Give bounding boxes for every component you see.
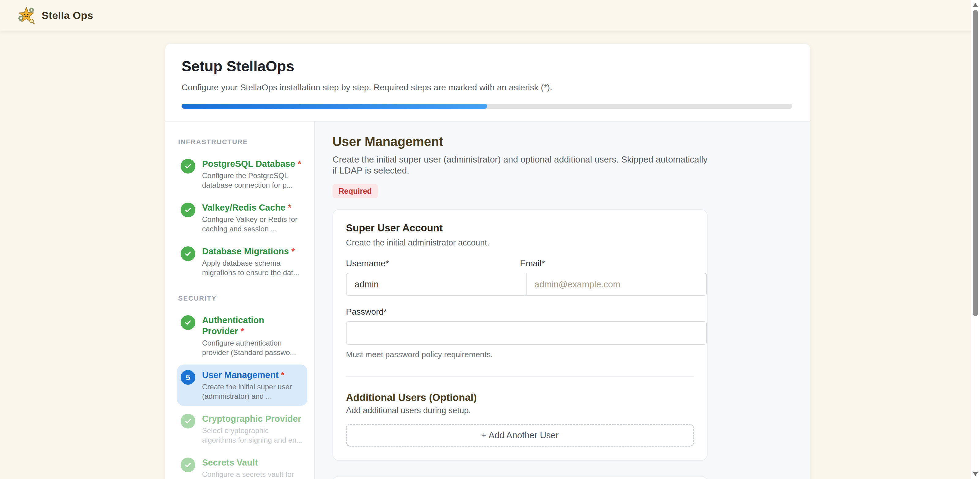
super-user-card-subtitle: Create the initial administrator account… (333, 238, 707, 248)
step-heading-description: Create the initial super user (administr… (332, 154, 712, 176)
step-description: Apply database schema migrations to ensu… (202, 258, 304, 277)
password-helper-text: Must meet password policy requirements. (333, 350, 707, 359)
step-description: Select cryptographic algorithms for sign… (202, 426, 304, 445)
step-description: Configure a secrets vault for secure cre… (202, 469, 304, 479)
step-number-badge: 5 (181, 370, 195, 385)
step-title: Secrets Vault (202, 457, 304, 468)
app-header: Stella Ops (0, 0, 980, 30)
step-title: Database Migrations* (202, 246, 304, 257)
email-field[interactable] (527, 273, 707, 296)
sidebar-step-database-migrations[interactable]: Database Migrations* Apply database sche… (177, 241, 307, 282)
sidebar-step-cryptographic-provider[interactable]: Cryptographic Provider Select cryptograp… (177, 408, 307, 450)
username-field[interactable] (346, 273, 527, 296)
required-asterisk: * (298, 159, 301, 169)
check-icon (181, 247, 195, 261)
step-description: Create the initial super user (administr… (202, 382, 304, 401)
email-label: Email* (520, 259, 694, 269)
password-label: Password* (346, 307, 387, 317)
section-label-infrastructure: INFRASTRUCTURE (178, 138, 307, 146)
check-icon (181, 315, 195, 330)
super-user-card-title: Super User Account (333, 222, 707, 234)
step-title: Valkey/Redis Cache* (202, 202, 304, 213)
step-title: User Management* (202, 369, 304, 380)
validation-checks-card: Validation Checks exists Check passed (332, 476, 708, 479)
sidebar-step-secrets-vault[interactable]: Secrets Vault Configure a secrets vault … (177, 452, 307, 479)
section-label-security: SECURITY (178, 294, 307, 302)
step-title: Authentication Provider* (202, 315, 304, 337)
progress-bar (181, 104, 792, 109)
check-icon (181, 458, 195, 472)
username-label: Username* (346, 259, 520, 269)
sidebar-step-user-management[interactable]: 5 User Management* Create the initial su… (177, 364, 307, 406)
required-asterisk: * (291, 247, 295, 256)
check-icon (181, 203, 195, 217)
step-description: Configure the PostgreSQL database connec… (202, 171, 304, 190)
check-icon (181, 414, 195, 428)
add-another-user-button[interactable]: + Add Another User (346, 424, 694, 447)
check-icon (181, 159, 195, 173)
step-title: PostgreSQL Database* (202, 158, 304, 169)
page-subtitle: Configure your StellaOps installation st… (181, 82, 792, 93)
step-description: Configure authentication provider (Stand… (202, 338, 304, 357)
divider (346, 377, 694, 377)
step-content: User Management Create the initial super… (315, 121, 810, 479)
step-description: Configure Valkey or Redis for caching an… (202, 215, 304, 234)
progress-fill (181, 104, 487, 109)
wizard-header: Setup StellaOps Configure your StellaOps… (165, 44, 810, 121)
additional-users-subtitle: Add additional users during setup. (333, 406, 707, 415)
super-user-account-card: Super User Account Create the initial ad… (332, 209, 708, 461)
password-field[interactable] (346, 321, 707, 345)
sidebar-step-authentication-provider[interactable]: Authentication Provider* Configure authe… (177, 310, 307, 362)
scrollbar-thumb[interactable] (973, 10, 978, 316)
required-asterisk: * (288, 203, 291, 212)
additional-users-title: Additional Users (Optional) (333, 392, 707, 403)
brand-name: Stella Ops (41, 10, 93, 21)
required-badge: Required (332, 184, 378, 198)
sidebar-step-postgresql-database[interactable]: PostgreSQL Database* Configure the Postg… (177, 153, 307, 195)
steps-sidebar: INFRASTRUCTURE PostgreSQL Database* Conf… (165, 121, 315, 479)
page-title: Setup StellaOps (181, 58, 792, 75)
sidebar-step-valkey-redis-cache[interactable]: Valkey/Redis Cache* Configure Valkey or … (177, 197, 307, 239)
step-heading: User Management (332, 134, 793, 149)
scroll-up-arrow-icon[interactable] (973, 3, 978, 7)
step-title: Cryptographic Provider (202, 413, 304, 424)
window-scrollbar[interactable] (971, 0, 980, 479)
required-asterisk: * (241, 326, 244, 336)
required-asterisk: * (281, 370, 285, 380)
scroll-down-arrow-icon[interactable] (973, 472, 978, 476)
stellaops-logo-icon (17, 6, 35, 24)
setup-wizard-card: Setup StellaOps Configure your StellaOps… (165, 44, 810, 479)
